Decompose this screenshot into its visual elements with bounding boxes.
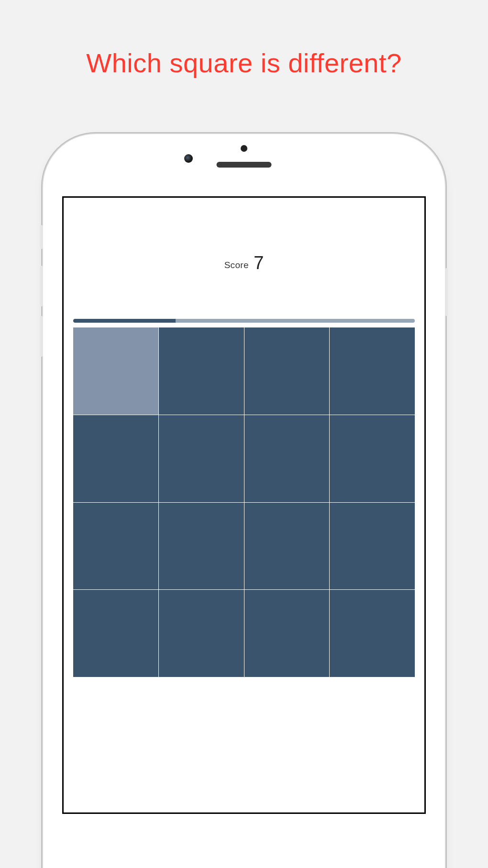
- grid-cell[interactable]: [330, 590, 415, 677]
- score-label: Score: [224, 260, 249, 270]
- grid-cell[interactable]: [159, 590, 244, 677]
- grid-cell[interactable]: [159, 415, 244, 502]
- grid-cell[interactable]: [73, 590, 158, 677]
- grid-cell[interactable]: [330, 327, 415, 415]
- phone-sensor-icon: [241, 145, 247, 152]
- phone-power-button: [445, 268, 448, 316]
- phone-speaker-icon: [217, 162, 272, 168]
- grid-cell[interactable]: [73, 503, 158, 590]
- game-screen: Score 7: [62, 196, 426, 814]
- grid-cell[interactable]: [159, 503, 244, 590]
- timer-progress-bar: [73, 319, 415, 323]
- grid-cell[interactable]: [73, 327, 158, 415]
- grid-cell[interactable]: [330, 503, 415, 590]
- grid-cell[interactable]: [244, 415, 330, 502]
- phone-volume-down: [40, 316, 43, 357]
- grid-cell[interactable]: [330, 415, 415, 502]
- grid-cell[interactable]: [244, 327, 330, 415]
- grid-cell[interactable]: [73, 415, 158, 502]
- phone-mute-switch: [40, 225, 43, 249]
- phone-camera-icon: [184, 154, 193, 163]
- score-area: Score 7: [64, 198, 424, 273]
- page-headline: Which square is different?: [0, 0, 488, 79]
- phone-volume-up: [40, 266, 43, 306]
- timer-progress-fill: [73, 319, 176, 323]
- grid-cell[interactable]: [244, 590, 330, 677]
- phone-frame: Score 7: [43, 134, 445, 868]
- grid-cell[interactable]: [159, 327, 244, 415]
- color-grid: [73, 327, 415, 677]
- grid-cell[interactable]: [244, 503, 330, 590]
- score-value: 7: [251, 253, 264, 273]
